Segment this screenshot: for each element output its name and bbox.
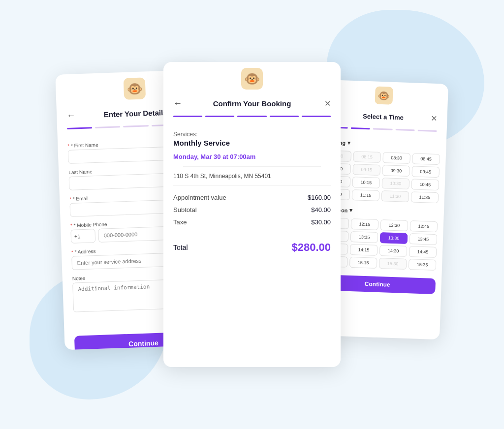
service-name: Monthly Service <box>173 139 331 147</box>
center-steps-bar <box>163 112 341 123</box>
appointment-date: Monday, Mar 30 at 07:00am <box>173 153 331 160</box>
right-step-4 <box>395 129 414 131</box>
time-chip-1245[interactable]: 12:45 <box>410 220 438 232</box>
time-chip-1030[interactable]: 10:30 <box>381 178 410 189</box>
divider-top <box>183 166 321 167</box>
time-chip-1315[interactable]: 13:15 <box>350 231 378 243</box>
back-button-center[interactable]: ← <box>171 96 184 111</box>
time-chip-1215[interactable]: 12:15 <box>351 218 379 230</box>
address-text: 110 S 4th St, Minneapolis, MN 55401 <box>173 173 331 186</box>
appointment-value-label: Appointment value <box>173 194 226 201</box>
time-chip-0915[interactable]: 09:15 <box>352 164 380 176</box>
right-card-title: Select a Time <box>363 113 404 122</box>
subtotal-label: Subtotal <box>173 206 197 214</box>
time-chip-1445[interactable]: 14:45 <box>409 246 437 258</box>
subtotal-amount: $40.00 <box>311 206 331 214</box>
center-step-1 <box>173 116 202 117</box>
time-chip-1515[interactable]: 15:15 <box>349 257 378 269</box>
time-chip-1135[interactable]: 11:35 <box>411 191 439 203</box>
center-card-header: ← Confirm Your Booking ✕ <box>163 92 341 112</box>
step-2-left <box>95 126 120 128</box>
center-card-title: Confirm Your Booking <box>213 99 291 108</box>
total-value: $280.00 <box>291 241 331 254</box>
time-chip-1045[interactable]: 10:45 <box>411 179 439 190</box>
appointment-value-amount: $160.00 <box>308 194 331 201</box>
total-row: Total $280.00 <box>173 237 331 254</box>
cards-wrapper: 🐵 ← Enter Your Details ✕ * First Name La… <box>70 42 434 387</box>
time-chip-1015[interactable]: 10:15 <box>352 177 380 188</box>
time-chip-1530[interactable]: 15:30 <box>379 258 407 270</box>
tax-label: Taxe <box>173 218 187 226</box>
time-chip-1430[interactable]: 14:30 <box>379 245 408 257</box>
time-chip-1130[interactable]: 11:30 <box>381 190 410 202</box>
service-label: Services: <box>173 131 331 138</box>
phone-prefix[interactable] <box>70 229 95 244</box>
time-chip-0930[interactable]: 09:30 <box>382 165 410 177</box>
time-chip-0845[interactable]: 08:45 <box>412 153 440 165</box>
step-3-left <box>123 125 148 127</box>
center-card: 🐵 ← Confirm Your Booking ✕ Services: Mon… <box>163 62 341 367</box>
center-step-5 <box>302 116 331 117</box>
divider-bottom <box>183 231 321 231</box>
close-button-center[interactable]: ✕ <box>322 97 333 110</box>
subtotal-row: Subtotal $40.00 <box>173 206 331 214</box>
tax-row: Taxe $30.00 <box>173 218 331 226</box>
app-icon-left: 🐵 <box>124 77 146 100</box>
time-chip-1345[interactable]: 13:45 <box>410 233 438 245</box>
right-step-5 <box>417 130 437 132</box>
time-chip-0945[interactable]: 09:45 <box>411 166 440 178</box>
app-icon-center: 🐵 <box>241 68 263 90</box>
step-1-left <box>67 127 92 129</box>
center-step-4 <box>270 116 299 117</box>
total-label: Total <box>173 244 188 251</box>
time-chip-1330[interactable]: 13:30 <box>380 232 408 244</box>
time-chip-1415[interactable]: 14:15 <box>350 244 378 256</box>
time-chip-1230[interactable]: 12:30 <box>380 219 409 231</box>
time-chip-0830[interactable]: 08:30 <box>382 152 410 164</box>
center-step-2 <box>205 116 234 117</box>
right-step-3 <box>373 128 392 130</box>
back-button-left[interactable]: ← <box>64 108 78 123</box>
center-card-body: Services: Monthly Service Monday, Mar 30… <box>163 123 341 262</box>
time-chip-1115[interactable]: 11:15 <box>352 189 380 201</box>
app-icon-right: 🐵 <box>375 87 393 105</box>
time-chip-1535[interactable]: 15:35 <box>409 259 437 271</box>
right-step-2 <box>351 127 370 129</box>
center-step-3 <box>237 116 266 117</box>
time-chip-0815[interactable]: 08:15 <box>353 151 381 163</box>
left-card-title: Enter Your Details <box>104 108 167 119</box>
appointment-value-row: Appointment value $160.00 <box>173 194 331 201</box>
close-button-right[interactable]: ✕ <box>429 112 440 125</box>
tax-amount: $30.00 <box>311 218 331 226</box>
